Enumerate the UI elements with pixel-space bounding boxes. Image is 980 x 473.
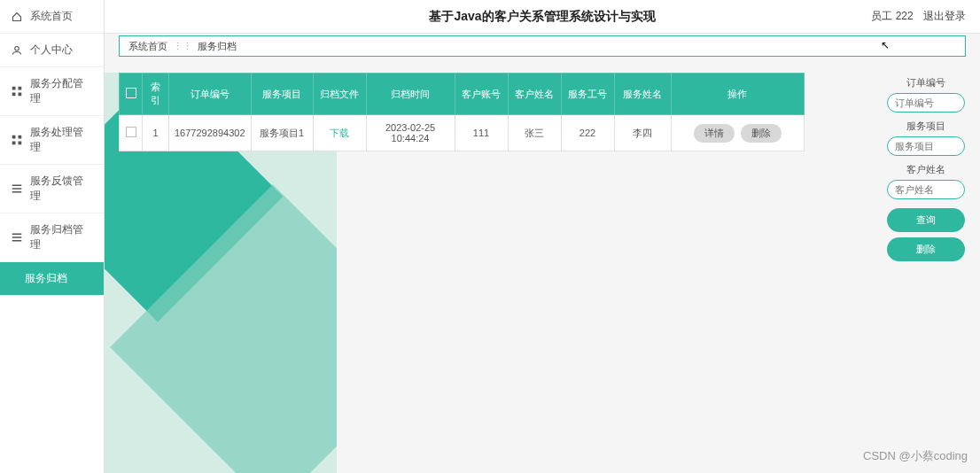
svg-rect-5: [12, 136, 16, 139]
list-icon: [11, 231, 23, 244]
col-action: 操作: [671, 74, 804, 115]
cell-index: 1: [143, 115, 169, 151]
row-checkbox[interactable]: [126, 127, 136, 137]
svg-rect-4: [18, 93, 21, 97]
search-item-input[interactable]: [887, 136, 965, 156]
search-order-label: 订单编号: [906, 76, 945, 89]
download-link[interactable]: 下载: [330, 128, 349, 138]
svg-rect-14: [12, 240, 22, 242]
svg-rect-2: [18, 87, 21, 90]
select-all-checkbox[interactable]: [126, 88, 136, 98]
sidebar-item-home[interactable]: 系统首页: [0, 0, 104, 34]
sidebar-item-archive-mgmt[interactable]: 服务归档管理: [0, 213, 104, 262]
cell-staff-name: 李四: [614, 115, 671, 151]
col-archive-file: 归档文件: [313, 74, 366, 115]
grid-icon: [11, 85, 23, 97]
sidebar-item-label: 服务归档: [25, 271, 67, 286]
search-name-label: 客户姓名: [906, 163, 945, 176]
search-name-input[interactable]: [887, 180, 965, 199]
data-table: 索引 订单编号 服务项目 归档文件 归档时间 客户账号 客户姓名 服务工号 服务…: [119, 73, 805, 151]
header: 基于Java的客户关系管理系统设计与实现 员工 222 退出登录: [105, 0, 980, 34]
sidebar-item-label: 服务分配管理: [30, 76, 93, 106]
search-item-label: 服务项目: [906, 120, 945, 133]
page-title: 基于Java的客户关系管理系统设计与实现: [429, 9, 655, 25]
search-panel: 订单编号 服务项目 客户姓名 查询 删除: [886, 73, 966, 261]
sidebar-item-assign[interactable]: 服务分配管理: [0, 67, 104, 116]
sidebar-item-label: 系统首页: [30, 9, 73, 24]
svg-rect-8: [18, 142, 21, 145]
data-table-wrap: 索引 订单编号 服务项目 归档文件 归档时间 客户账号 客户姓名 服务工号 服务…: [119, 73, 805, 473]
watermark: CSDN @小蔡coding: [863, 448, 968, 464]
table-header-row: 索引 订单编号 服务项目 归档文件 归档时间 客户账号 客户姓名 服务工号 服务…: [120, 74, 805, 115]
svg-rect-6: [18, 136, 21, 139]
user-icon: [11, 44, 23, 57]
detail-button[interactable]: 详情: [694, 124, 735, 143]
sidebar-item-profile[interactable]: 个人中心: [0, 34, 104, 67]
col-service-item: 服务项目: [251, 74, 313, 115]
col-customer-acct: 客户账号: [455, 74, 508, 115]
header-right: 员工 222 退出登录: [864, 9, 966, 24]
cell-action: 详情 删除: [671, 115, 804, 151]
cursor-icon: ↖: [881, 39, 890, 51]
svg-rect-9: [12, 185, 22, 187]
col-archive-time: 归档时间: [366, 74, 455, 115]
cell-service-item: 服务项目1: [251, 115, 313, 151]
col-order-no: 订单编号: [169, 74, 252, 115]
delete-row-button[interactable]: 删除: [741, 124, 782, 143]
cell-archive-time: 2023-02-25 10:44:24: [366, 115, 455, 151]
svg-rect-13: [12, 237, 22, 238]
logout-link[interactable]: 退出登录: [923, 10, 966, 22]
col-customer-name: 客户姓名: [508, 74, 561, 115]
breadcrumb-current: 服务归档: [198, 40, 237, 53]
sidebar-item-process[interactable]: 服务处理管理: [0, 116, 104, 165]
svg-rect-12: [12, 234, 22, 236]
col-staff-no: 服务工号: [561, 74, 614, 115]
cell-customer-name: 张三: [508, 115, 561, 151]
col-index: 索引: [143, 74, 169, 115]
home-icon: [11, 11, 23, 23]
search-order-input[interactable]: [887, 93, 965, 112]
breadcrumb-separator-icon: ⋮⋮: [173, 41, 192, 52]
cell-order-no: 1677292894302: [169, 115, 252, 151]
sidebar: 系统首页 个人中心 服务分配管理 服务处理管理 服务反馈管理 服务归档管理 服务…: [0, 0, 105, 473]
table-row: 1 1677292894302 服务项目1 下载 2023-02-25 10:4…: [120, 115, 805, 151]
sidebar-item-label: 服务归档管理: [30, 222, 93, 252]
sidebar-item-feedback[interactable]: 服务反馈管理: [0, 165, 104, 213]
grid-icon: [11, 134, 23, 146]
list-icon: [11, 182, 23, 195]
svg-rect-1: [12, 87, 16, 90]
col-staff-name: 服务姓名: [614, 74, 671, 115]
delete-button[interactable]: 删除: [887, 237, 965, 261]
content: 索引 订单编号 服务项目 归档文件 归档时间 客户账号 客户姓名 服务工号 服务…: [105, 62, 980, 473]
breadcrumb-home[interactable]: 系统首页: [128, 40, 167, 53]
sidebar-item-label: 服务反馈管理: [30, 174, 93, 204]
sidebar-item-label: 个人中心: [30, 43, 73, 58]
svg-rect-7: [12, 142, 16, 145]
query-button[interactable]: 查询: [887, 208, 965, 232]
breadcrumb: 系统首页 ⋮⋮ 服务归档: [119, 35, 966, 57]
cell-staff-no: 222: [561, 115, 614, 151]
sidebar-item-label: 服务处理管理: [30, 125, 93, 155]
svg-rect-3: [12, 93, 16, 97]
svg-rect-11: [12, 191, 22, 193]
col-checkbox: [120, 74, 143, 115]
user-label: 员工 222: [871, 10, 913, 22]
svg-rect-10: [12, 188, 22, 190]
svg-point-0: [15, 46, 19, 50]
sidebar-item-archive[interactable]: 服务归档: [0, 262, 104, 296]
cell-customer-acct: 111: [455, 115, 508, 151]
